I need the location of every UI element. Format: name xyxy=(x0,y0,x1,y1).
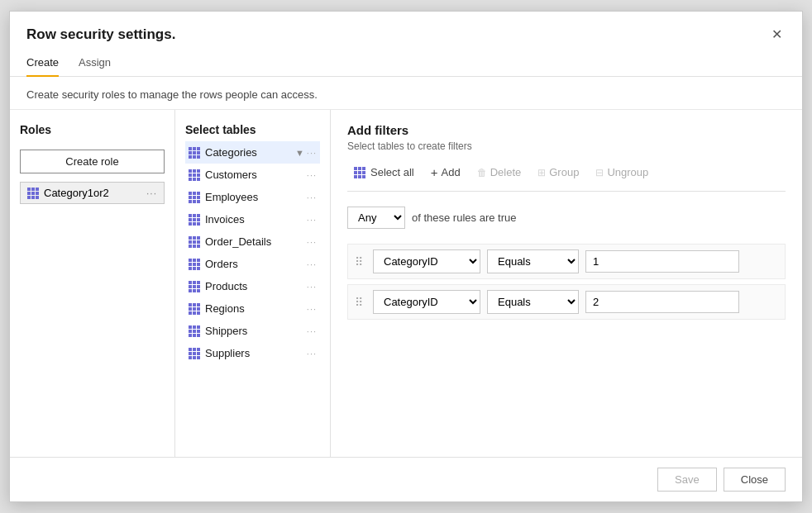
filters-title: Add filters xyxy=(347,123,786,137)
select-all-label: Select all xyxy=(370,166,414,178)
table-dots-categories[interactable]: ··· xyxy=(307,148,317,158)
table-dots-suppliers[interactable]: ··· xyxy=(307,349,317,359)
table-name-suppliers: Suppliers xyxy=(205,347,250,359)
group-button[interactable]: ⊞ Group xyxy=(531,163,585,182)
table-grid-icon-order-details xyxy=(189,235,200,247)
filter-toolbar: Select all + Add 🗑 Delete ⊞ Group ⊟ Ungr… xyxy=(347,162,786,192)
table-item-order-details[interactable]: Order_Details ··· xyxy=(185,230,320,253)
create-role-button[interactable]: Create role xyxy=(20,150,165,173)
table-item-categories[interactable]: Categories ▼ ··· xyxy=(185,141,320,164)
table-name-customers: Customers xyxy=(205,169,257,181)
table-item-employees[interactable]: Employees ··· xyxy=(185,186,320,208)
rule-value-input-2[interactable] xyxy=(585,291,739,313)
role-dots[interactable]: ··· xyxy=(146,188,157,199)
rule-value-input-1[interactable] xyxy=(585,250,739,273)
table-grid-icon-employees xyxy=(189,191,200,202)
close-button[interactable]: Close xyxy=(724,468,786,492)
drag-handle-1[interactable]: ⠿ xyxy=(355,255,363,268)
add-icon: + xyxy=(431,165,438,179)
select-all-button[interactable]: Select all xyxy=(347,163,421,183)
table-item-invoices[interactable]: Invoices ··· xyxy=(185,208,320,230)
roles-panel-title: Roles xyxy=(20,123,165,136)
table-item-customers[interactable]: Customers ··· xyxy=(185,164,320,186)
table-name-invoices: Invoices xyxy=(205,213,245,226)
rule-field-select-1[interactable]: CategoryID xyxy=(373,249,480,273)
table-item-shippers[interactable]: Shippers ··· xyxy=(185,320,320,342)
save-button[interactable]: Save xyxy=(657,468,717,492)
delete-icon: 🗑 xyxy=(477,167,487,178)
dialog-title: Row security settings. xyxy=(26,26,175,43)
table-dots-order-details[interactable]: ··· xyxy=(307,237,317,247)
tables-panel-title: Select tables xyxy=(185,123,320,136)
table-name-order-details: Order_Details xyxy=(205,235,271,248)
table-dots-customers[interactable]: ··· xyxy=(307,170,317,180)
roles-panel: Roles Create role Category1or2 ··· xyxy=(10,110,175,457)
close-x-button[interactable]: ✕ xyxy=(768,26,786,43)
role-item-inner: Category1or2 xyxy=(27,187,109,199)
ungroup-icon: ⊟ xyxy=(595,167,604,178)
table-dots-shippers[interactable]: ··· xyxy=(307,326,317,336)
drag-handle-2[interactable]: ⠿ xyxy=(355,296,363,309)
any-select[interactable]: Any All xyxy=(347,207,405,229)
table-dots-invoices[interactable]: ··· xyxy=(307,215,317,225)
table-dots-orders[interactable]: ··· xyxy=(307,259,317,269)
filter-rule-1: ⠿ CategoryID Equals Not equals Greater t… xyxy=(347,244,786,279)
table-grid-icon-regions xyxy=(189,302,200,314)
dialog-footer: Save Close xyxy=(10,457,802,501)
any-label: of these rules are true xyxy=(412,211,516,224)
add-label: Add xyxy=(442,166,461,178)
group-icon: ⊞ xyxy=(537,167,546,178)
dialog-subtitle: Create security roles to manage the rows… xyxy=(10,77,802,109)
any-row: Any All of these rules are true xyxy=(347,202,786,234)
table-item-regions[interactable]: Regions ··· xyxy=(185,297,320,320)
tabs-bar: Create Assign xyxy=(10,43,802,77)
filters-subtitle: Select tables to create filters xyxy=(347,140,786,152)
table-filter-active: ▼ ··· xyxy=(295,148,317,158)
table-grid-icon xyxy=(189,146,200,158)
delete-label: Delete xyxy=(490,166,522,178)
grid-icon-select-all xyxy=(354,166,365,179)
table-name-orders: Orders xyxy=(205,258,238,270)
table-item-suppliers[interactable]: Suppliers ··· xyxy=(185,342,320,364)
table-grid-icon-shippers xyxy=(189,325,200,336)
role-name: Category1or2 xyxy=(44,187,109,199)
tables-panel: Select tables Categories ▼ ··· xyxy=(175,110,331,457)
table-dots-employees[interactable]: ··· xyxy=(307,192,317,202)
table-grid-icon-orders xyxy=(189,258,200,269)
rule-field-select-2[interactable]: CategoryID xyxy=(373,290,480,314)
delete-button[interactable]: 🗑 Delete xyxy=(470,163,528,182)
filter-icon: ▼ xyxy=(295,148,304,158)
rule-operator-select-1[interactable]: Equals Not equals Greater than xyxy=(487,249,579,273)
tab-create[interactable]: Create xyxy=(26,51,59,77)
group-label: Group xyxy=(549,166,579,178)
table-dots-regions[interactable]: ··· xyxy=(307,304,317,314)
tab-assign[interactable]: Assign xyxy=(79,51,111,77)
table-grid-icon-invoices xyxy=(189,213,200,225)
ungroup-button[interactable]: ⊟ Ungroup xyxy=(589,163,655,182)
dialog-header: Row security settings. ✕ xyxy=(10,12,802,43)
table-item-products[interactable]: Products ··· xyxy=(185,275,320,297)
content-area: Roles Create role Category1or2 ··· Selec… xyxy=(10,109,802,457)
filters-panel: Add filters Select tables to create filt… xyxy=(331,110,802,457)
filter-rules: ⠿ CategoryID Equals Not equals Greater t… xyxy=(347,244,786,320)
add-button[interactable]: + Add xyxy=(424,162,467,183)
table-grid-icon-products xyxy=(189,280,200,292)
table-name-products: Products xyxy=(205,280,247,292)
table-name-categories: Categories xyxy=(205,146,257,159)
table-name-regions: Regions xyxy=(205,302,245,315)
table-grid-icon-suppliers xyxy=(189,347,200,359)
role-icon xyxy=(27,187,39,198)
filter-rule-2: ⠿ CategoryID Equals Not equals Greater t… xyxy=(347,284,786,320)
ungroup-label: Ungroup xyxy=(607,166,648,178)
rule-operator-select-2[interactable]: Equals Not equals Greater than xyxy=(487,290,579,314)
table-item-orders[interactable]: Orders ··· xyxy=(185,253,320,275)
table-name-employees: Employees xyxy=(205,191,258,203)
table-name-shippers: Shippers xyxy=(205,325,247,337)
row-security-dialog: Row security settings. ✕ Create Assign C… xyxy=(9,11,803,502)
role-item[interactable]: Category1or2 ··· xyxy=(20,182,165,204)
table-dots-products[interactable]: ··· xyxy=(307,282,317,292)
table-grid-icon-customers xyxy=(189,169,200,180)
